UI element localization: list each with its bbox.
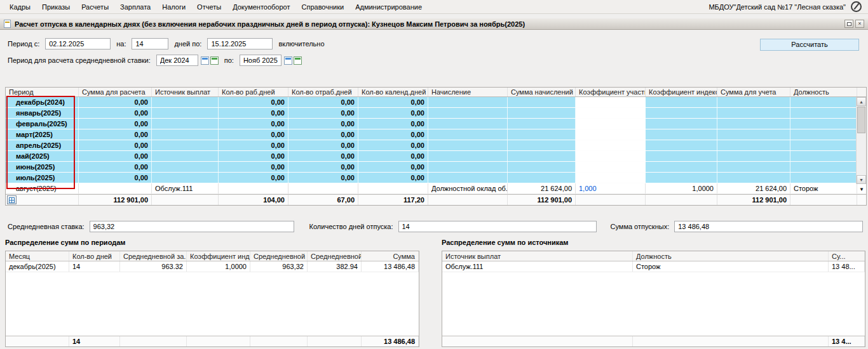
excel-export-button[interactable] (7, 195, 17, 204)
main-menubar: Кадры Приказы Расчеты Зарплата Налоги От… (0, 0, 868, 14)
cell (717, 140, 790, 150)
table-row[interactable]: март(2025) 0,00 0,00 0,00 0,00 (6, 129, 866, 140)
column-header-avg-earn-1[interactable]: Среднедневной за... (120, 251, 187, 261)
menu-item-prikazy[interactable]: Приказы (36, 1, 76, 13)
cell (646, 129, 717, 140)
scrollbar-thumb[interactable] (857, 107, 865, 133)
column-header-calendar-days[interactable]: Кол-во календ.дней (358, 88, 428, 96)
column-header-month[interactable]: Месяц (6, 251, 69, 261)
table-row[interactable]: май(2025) 0,00 0,00 0,00 0,00 (6, 151, 866, 162)
column-header-avg-earn-2[interactable]: Среднедневной за... (250, 251, 308, 261)
cell-participation-link[interactable]: 1,000 (576, 183, 646, 194)
menu-item-nalogi[interactable]: Налоги (156, 1, 191, 13)
menu-item-spravochniki[interactable]: Справочники (296, 1, 350, 13)
column-header-avg-earn-3[interactable]: Среднедневной... (308, 251, 362, 261)
po-label: по: (224, 56, 234, 64)
power-icon[interactable] (851, 1, 862, 12)
close-icon[interactable]: × (855, 20, 864, 28)
column-header-sum[interactable]: Су... (829, 251, 865, 261)
total-cell: 112 901,00 (508, 195, 576, 205)
cell (288, 183, 358, 194)
cell: Сторож (790, 183, 857, 194)
cell: 0,00 (219, 151, 288, 161)
menu-item-administrirovanie[interactable]: Администрирование (349, 1, 428, 13)
table-row[interactable]: январь(2025) 0,00 0,00 0,00 0,00 (6, 108, 866, 119)
column-header-payment-source[interactable]: Источник выплат (152, 88, 219, 96)
cell (576, 162, 646, 172)
column-header-days-count[interactable]: Кол-во дней (69, 251, 120, 261)
cell: 0,00 (358, 129, 428, 140)
days-count-input[interactable] (132, 38, 168, 49)
vacation-days-input[interactable] (398, 221, 597, 232)
cell: Сторож (633, 261, 829, 272)
cell (717, 173, 790, 183)
rate-period-from-input[interactable] (156, 55, 198, 66)
column-header-payment-source[interactable]: Источник выплат (442, 251, 633, 261)
total-cell: 67,00 (288, 195, 358, 205)
calendar-icon[interactable] (201, 56, 209, 65)
column-header-worked-days[interactable]: Кол-во отраб.дней (288, 88, 358, 96)
table-row[interactable]: декабрь(2025) 14 963.32 1,0000 963,32 38… (6, 261, 419, 272)
total-cell (428, 195, 508, 205)
vertical-scrollbar[interactable]: ▲ ▼ (856, 97, 866, 184)
sources-table: Источник выплат Должность Су... Обслуж.1… (442, 251, 865, 347)
table-row[interactable]: декабрь(2024) 0,00 0,00 0,00 0,00 (6, 97, 866, 108)
cell (508, 162, 576, 172)
cell: 0,00 (288, 173, 358, 183)
column-header-participation-coeff[interactable]: Коэффициент участия (576, 88, 646, 96)
cell (358, 183, 428, 194)
avg-rate-input[interactable] (90, 221, 294, 232)
cell: 0,00 (79, 97, 152, 107)
column-header-index-coeff[interactable]: Коэффициент индекса... (646, 88, 717, 96)
cell (152, 119, 219, 129)
total-cell (308, 336, 362, 346)
cell: 21 624,00 (508, 183, 576, 194)
cell (646, 108, 717, 118)
calculate-button[interactable]: Рассчитать (760, 39, 859, 51)
rate-period-to-input[interactable] (240, 55, 281, 66)
cell (646, 119, 717, 129)
cell (576, 129, 646, 140)
menu-item-zarplata[interactable]: Зарплата (114, 1, 156, 13)
column-header-sum-for-calc[interactable]: Сумма для расчета (79, 88, 152, 96)
cell (508, 129, 576, 140)
table-row[interactable]: Обслуж.111 Сторож 13 48... (442, 261, 865, 272)
table-row[interactable]: июнь(2025) 0,00 0,00 0,00 0,00 (6, 162, 866, 173)
calendar-icon[interactable] (284, 56, 292, 65)
grid-more-rows-icon[interactable]: ▼ (859, 187, 864, 192)
cell (428, 173, 508, 183)
vacation-sum-input[interactable] (674, 221, 863, 232)
total-cell (152, 195, 219, 205)
period-from-input[interactable] (45, 38, 111, 49)
column-header-position[interactable]: Должность (790, 88, 857, 96)
cell-period: июнь(2025) (6, 162, 79, 172)
column-header-sum-for-account[interactable]: Сумма для учета (717, 88, 790, 96)
cell (790, 119, 857, 129)
cell (646, 97, 717, 107)
column-header-period[interactable]: Период (6, 88, 79, 96)
calendar-picker-icon[interactable] (294, 56, 302, 65)
calendar-picker-icon[interactable] (210, 56, 219, 65)
menu-item-dokumentooborot[interactable]: Документооборот (227, 1, 295, 13)
table-row[interactable]: апрель(2025) 0,00 0,00 0,00 0,00 (6, 140, 866, 151)
cell (576, 173, 646, 183)
cell (790, 129, 857, 140)
column-header-index-coeff[interactable]: Коэффициент инд... (187, 251, 250, 261)
restore-window-icon[interactable] (844, 20, 853, 28)
table-row[interactable]: февраль(2025) 0,00 0,00 0,00 0,00 (6, 119, 866, 129)
cell (508, 119, 576, 129)
menu-item-raschety[interactable]: Расчеты (76, 1, 114, 13)
column-header-accrual-sum[interactable]: Сумма начислений (508, 88, 576, 96)
menu-item-otchety[interactable]: Отчеты (191, 1, 227, 13)
scroll-down-icon[interactable]: ▼ (857, 175, 866, 184)
column-header-position[interactable]: Должность (633, 251, 829, 261)
column-header-work-days[interactable]: Кол-во раб.дней (219, 88, 288, 96)
table-row[interactable]: август(2025) Обслуж.111 Должностной окла… (6, 183, 866, 194)
menu-item-kadry[interactable]: Кадры (4, 1, 36, 13)
period-to-input[interactable] (207, 38, 273, 49)
column-header-sum[interactable]: Сумма (362, 251, 419, 261)
column-header-accrual[interactable]: Начисление (428, 88, 508, 96)
periods-panel-title: Распределение сумм по периодам (5, 239, 419, 248)
table-row[interactable]: июль(2025) 0,00 0,00 0,00 0,00 (6, 173, 866, 183)
scroll-up-icon[interactable]: ▲ (857, 97, 866, 106)
